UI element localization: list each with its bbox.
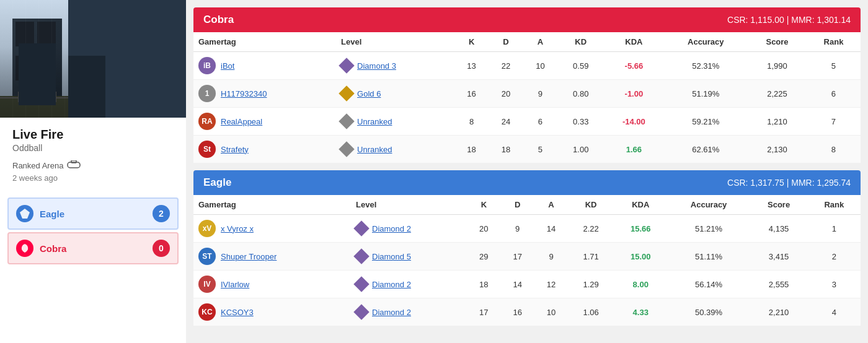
player-kda: 4.33: [614, 298, 668, 326]
table-row: ST Shuper Trooper Diamond 5 29 17 9 1.71…: [193, 243, 861, 271]
svg-rect-11: [0, 96, 186, 118]
game-meta: Ranked Arena: [12, 160, 174, 171]
player-rank: 1: [808, 215, 861, 243]
game-info: Live Fire Oddball Ranked Arena 2 weeks a…: [0, 118, 186, 193]
game-title: Live Fire: [12, 128, 174, 142]
cobra-col-rank: Rank: [807, 32, 861, 52]
player-accuracy: 52.31%: [663, 52, 748, 80]
eagle-col-level: Level: [351, 195, 467, 215]
player-score: 1,990: [748, 52, 807, 80]
player-name-link[interactable]: x Vyroz x: [221, 224, 254, 233]
player-score: 1,210: [748, 108, 807, 136]
player-kd: 1.06: [568, 298, 614, 326]
level-name-link[interactable]: Diamond 2: [372, 280, 411, 289]
player-a: 12: [534, 271, 568, 298]
cobra-avatar: [16, 240, 33, 257]
level-name-link[interactable]: Diamond 5: [372, 252, 411, 261]
player-score: 2,555: [750, 271, 808, 298]
game-type: Ranked Arena: [12, 161, 63, 170]
player-kda: 15.00: [614, 243, 668, 271]
player-rank: 3: [808, 271, 861, 298]
player-a: 10: [534, 298, 568, 326]
player-accuracy: 62.61%: [663, 136, 748, 163]
game-time: 2 weeks ago: [12, 173, 174, 183]
table-row: KC KCSOY3 Diamond 2 17 16 10 1.06 4.33 5…: [193, 298, 861, 326]
team-item-cobra[interactable]: Cobra 0: [7, 232, 179, 264]
avatar: St: [198, 141, 216, 158]
svg-rect-1: [124, 12, 186, 105]
eagle-table: Gamertag Level K D A KD KDA Accuracy Sco…: [193, 195, 861, 326]
table-row: St Strafety Unranked 18 18 5 1.00 1.66 6…: [193, 136, 861, 163]
player-score: 2,130: [748, 136, 807, 163]
player-name-link[interactable]: iBot: [221, 61, 234, 71]
cobra-col-gamertag: Gamertag: [193, 32, 336, 52]
player-accuracy: 51.11%: [668, 243, 750, 271]
player-a: 9: [523, 80, 557, 108]
player-name-link[interactable]: Strafety: [221, 145, 249, 154]
level-name-link[interactable]: Diamond 2: [372, 308, 411, 317]
player-rank: 7: [807, 108, 861, 136]
player-gamertag-cell: RA RealAppeal: [193, 108, 336, 136]
player-rank: 4: [808, 298, 861, 326]
svg-rect-7: [37, 56, 56, 80]
player-d: 14: [501, 271, 534, 298]
svg-rect-17: [71, 160, 76, 163]
eagle-col-accuracy: Accuracy: [668, 195, 750, 215]
eagle-col-rank: Rank: [808, 195, 861, 215]
player-name-link[interactable]: IVlarlow: [221, 280, 249, 289]
cobra-col-kd: KD: [557, 32, 604, 52]
player-kda: 8.00: [614, 271, 668, 298]
level-name-link[interactable]: Diamond 2: [372, 224, 411, 233]
player-k: 20: [467, 215, 500, 243]
cobra-header-stats: CSR: 1,115.00 | MMR: 1,301.14: [727, 15, 851, 25]
cobra-block: Cobra CSR: 1,115.00 | MMR: 1,301.14 Game…: [193, 7, 861, 163]
player-level-cell: Diamond 2: [351, 215, 467, 243]
player-name-link[interactable]: Shuper Trooper: [221, 252, 277, 261]
svg-rect-10: [93, 40, 108, 59]
player-accuracy: 51.21%: [668, 215, 750, 243]
eagle-col-gamertag: Gamertag: [193, 195, 351, 215]
player-k: 8: [454, 108, 489, 136]
table-row: iB iBot Diamond 3 13 22 10 0.59 -5.66 52…: [193, 52, 861, 80]
player-a: 10: [523, 52, 557, 80]
avatar: xV: [198, 220, 216, 237]
eagle-col-k: K: [467, 195, 500, 215]
player-accuracy: 56.14%: [668, 271, 750, 298]
player-d: 18: [489, 136, 523, 163]
player-k: 18: [467, 271, 500, 298]
cobra-col-k: K: [454, 32, 489, 52]
player-level-cell: Gold 6: [336, 80, 454, 108]
player-kda: 1.66: [604, 136, 663, 163]
team-item-eagle[interactable]: Eagle 2: [7, 198, 179, 230]
svg-rect-3: [12, 19, 62, 105]
level-name-link[interactable]: Unranked: [357, 145, 392, 154]
eagle-col-kd: KD: [568, 195, 614, 215]
level-name-link[interactable]: Diamond 3: [357, 61, 396, 71]
player-k: 13: [454, 52, 489, 80]
eagle-col-kda: KDA: [614, 195, 668, 215]
player-gamertag-cell: IV IVlarlow: [193, 271, 351, 298]
svg-rect-5: [37, 22, 56, 46]
player-k: 17: [467, 298, 500, 326]
player-rank: 2: [808, 243, 861, 271]
level-name-link[interactable]: Gold 6: [357, 89, 381, 98]
eagle-col-score: Score: [750, 195, 808, 215]
player-name-link[interactable]: RealAppeal: [221, 117, 262, 126]
player-gamertag-cell: St Strafety: [193, 136, 336, 163]
eagle-score: 2: [153, 205, 170, 222]
player-name-link[interactable]: KCSOY3: [221, 308, 254, 317]
player-level-cell: Diamond 2: [351, 298, 467, 326]
player-d: 20: [489, 80, 523, 108]
avatar: KC: [198, 303, 216, 321]
player-kda: -1.00: [604, 80, 663, 108]
game-mode: Oddball: [12, 143, 174, 153]
player-name-link[interactable]: H117932340: [221, 89, 267, 98]
player-accuracy: 50.39%: [668, 298, 750, 326]
level-name-link[interactable]: Unranked: [357, 117, 392, 126]
player-k: 16: [454, 80, 489, 108]
eagle-block: Eagle CSR: 1,317.75 | MMR: 1,295.74 Game…: [193, 170, 861, 326]
table-row: IV IVlarlow Diamond 2 18 14 12 1.29 8.00…: [193, 271, 861, 298]
cobra-header: Cobra CSR: 1,115.00 | MMR: 1,301.14: [193, 7, 861, 32]
player-level-cell: Diamond 5: [351, 243, 467, 271]
player-gamertag-cell: iB iBot: [193, 52, 336, 80]
